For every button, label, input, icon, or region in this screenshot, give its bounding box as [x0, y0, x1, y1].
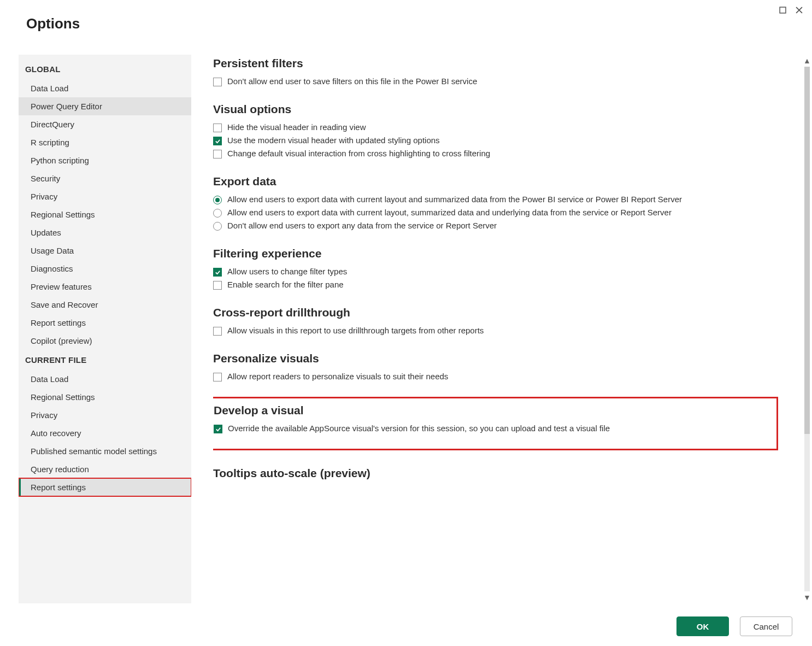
- options-main: Persistent filtersDon't allow end user t…: [213, 57, 790, 603]
- option-row[interactable]: Enable search for the filter pane: [213, 280, 778, 290]
- option-label: Don't allow end user to save filters on …: [227, 77, 477, 86]
- section-title: Develop a visual: [214, 404, 769, 417]
- sidebar-item[interactable]: Updates: [19, 224, 191, 242]
- sidebar-item[interactable]: Report settings: [19, 478, 191, 496]
- option-row[interactable]: Don't allow end user to save filters on …: [213, 77, 778, 86]
- sidebar-item[interactable]: Python scripting: [19, 151, 191, 169]
- window-chrome: [777, 4, 804, 15]
- section-title: Persistent filters: [213, 57, 778, 70]
- section-title: Export data: [213, 175, 778, 188]
- checkbox-icon[interactable]: [214, 425, 222, 433]
- sidebar-item[interactable]: Regional Settings: [19, 205, 191, 224]
- checkbox-icon[interactable]: [213, 78, 222, 86]
- sidebar-item[interactable]: DirectQuery: [19, 115, 191, 133]
- section-title: Visual options: [213, 103, 778, 116]
- sidebar-item[interactable]: Power Query Editor: [19, 97, 191, 115]
- radio-icon[interactable]: [213, 222, 222, 231]
- maximize-button[interactable]: [777, 4, 788, 15]
- option-label: Change default visual interaction from c…: [227, 149, 490, 158]
- checkbox-icon[interactable]: [213, 124, 222, 132]
- checkbox-icon[interactable]: [213, 327, 222, 336]
- sidebar-item[interactable]: Diagnostics: [19, 260, 191, 278]
- option-label: Enable search for the filter pane: [227, 280, 344, 289]
- checkbox-icon[interactable]: [213, 373, 222, 381]
- radio-icon[interactable]: [213, 209, 222, 218]
- option-label: Allow report readers to personalize visu…: [227, 372, 448, 381]
- sidebar-item[interactable]: Save and Recover: [19, 296, 191, 314]
- scroll-down-icon[interactable]: ▼: [803, 591, 811, 603]
- sidebar-item[interactable]: Query reduction: [19, 460, 191, 478]
- checkbox-icon[interactable]: [213, 150, 222, 158]
- option-label: Allow end users to export data with curr…: [227, 208, 672, 217]
- sidebar-item[interactable]: Report settings: [19, 314, 191, 332]
- scroll-track[interactable]: [804, 67, 810, 591]
- close-button[interactable]: [793, 4, 804, 15]
- option-label: Allow visuals in this report to use dril…: [227, 326, 484, 335]
- sidebar-item[interactable]: Security: [19, 169, 191, 187]
- scrollbar[interactable]: ▲ ▼: [802, 55, 812, 603]
- option-label: Use the modern visual header with update…: [227, 136, 440, 145]
- radio-icon[interactable]: [213, 196, 222, 204]
- section-title: Cross-report drillthrough: [213, 306, 778, 319]
- sidebar-item[interactable]: Preview features: [19, 278, 191, 296]
- dialog-footer: OK Cancel: [676, 616, 792, 636]
- sidebar-item[interactable]: Privacy: [19, 406, 191, 424]
- options-sidebar: GLOBALData LoadPower Query EditorDirectQ…: [19, 55, 191, 603]
- option-label: Hide the visual header in reading view: [227, 122, 366, 132]
- sidebar-item[interactable]: Copilot (preview): [19, 332, 191, 350]
- cancel-button[interactable]: Cancel: [740, 616, 792, 636]
- sidebar-group-header: GLOBAL: [19, 59, 191, 79]
- section-title: Tooltips auto-scale (preview): [213, 467, 778, 480]
- sidebar-item[interactable]: Privacy: [19, 187, 191, 205]
- sidebar-item[interactable]: Usage Data: [19, 242, 191, 260]
- option-label: Override the available AppSource visual'…: [228, 424, 610, 433]
- checkbox-icon[interactable]: [213, 268, 222, 277]
- option-row[interactable]: Change default visual interaction from c…: [213, 149, 778, 158]
- ok-button[interactable]: OK: [676, 616, 729, 636]
- option-row[interactable]: Don't allow end users to export any data…: [213, 221, 778, 231]
- option-row[interactable]: Hide the visual header in reading view: [213, 122, 778, 132]
- option-row[interactable]: Allow end users to export data with curr…: [213, 195, 778, 204]
- dialog-title: Options: [0, 0, 812, 32]
- option-row[interactable]: Override the available AppSource visual'…: [214, 424, 769, 433]
- scroll-thumb[interactable]: [804, 67, 810, 434]
- sidebar-item[interactable]: Regional Settings: [19, 388, 191, 406]
- section-title: Personalize visuals: [213, 352, 778, 365]
- sidebar-item[interactable]: Published semantic model settings: [19, 442, 191, 460]
- option-row[interactable]: Allow users to change filter types: [213, 267, 778, 277]
- option-row[interactable]: Allow end users to export data with curr…: [213, 208, 778, 218]
- option-label: Allow users to change filter types: [227, 267, 347, 276]
- checkbox-icon[interactable]: [213, 137, 222, 145]
- option-row[interactable]: Allow report readers to personalize visu…: [213, 372, 778, 381]
- sidebar-item[interactable]: Data Load: [19, 79, 191, 97]
- option-label: Allow end users to export data with curr…: [227, 195, 682, 204]
- sidebar-item[interactable]: Auto recovery: [19, 424, 191, 442]
- option-row[interactable]: Allow visuals in this report to use dril…: [213, 326, 778, 336]
- highlight-box: Develop a visualOverride the available A…: [213, 397, 778, 450]
- section-title: Filtering experience: [213, 247, 778, 260]
- sidebar-item[interactable]: Data Load: [19, 370, 191, 388]
- scroll-up-icon[interactable]: ▲: [803, 55, 811, 67]
- checkbox-icon[interactable]: [213, 281, 222, 290]
- sidebar-item[interactable]: R scripting: [19, 133, 191, 151]
- option-label: Don't allow end users to export any data…: [227, 221, 497, 230]
- sidebar-group-header: CURRENT FILE: [19, 350, 191, 370]
- svg-rect-0: [780, 7, 786, 13]
- option-row[interactable]: Use the modern visual header with update…: [213, 136, 778, 145]
